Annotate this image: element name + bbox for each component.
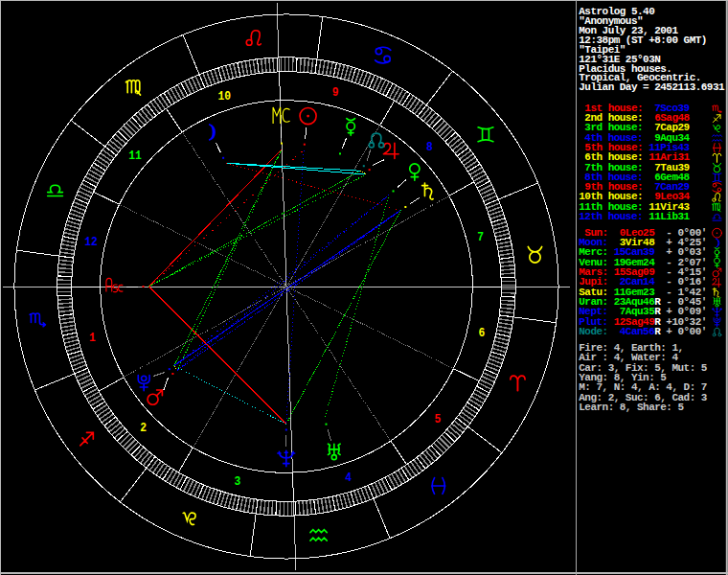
svg-text:Learn: 8, Share: 5: Learn: 8, Share: 5 xyxy=(579,402,684,413)
svg-text:2: 2 xyxy=(140,421,147,435)
svg-text:3: 3 xyxy=(235,474,241,489)
svg-text:11Lib31: 11Lib31 xyxy=(648,211,690,222)
svg-text:4: 4 xyxy=(345,472,352,486)
svg-text:12th house:: 12th house: xyxy=(579,211,643,222)
svg-text:1: 1 xyxy=(89,331,96,345)
svg-text:8: 8 xyxy=(426,140,433,154)
svg-text:R: R xyxy=(654,326,661,337)
svg-text:4Can56: 4Can56 xyxy=(620,326,654,337)
svg-text:7: 7 xyxy=(477,230,484,244)
svg-text:+ 0°00': + 0°00' xyxy=(666,326,707,337)
svg-text:11: 11 xyxy=(128,149,142,163)
svg-text:Julian Day = 2452113.6931: Julian Day = 2452113.6931 xyxy=(579,81,725,93)
svg-text:10: 10 xyxy=(218,89,232,104)
svg-text:5: 5 xyxy=(434,412,441,426)
svg-text:9: 9 xyxy=(332,86,339,101)
svg-text:6: 6 xyxy=(478,326,485,340)
svg-text:Node:: Node: xyxy=(579,326,607,337)
svg-text:12: 12 xyxy=(84,235,98,249)
